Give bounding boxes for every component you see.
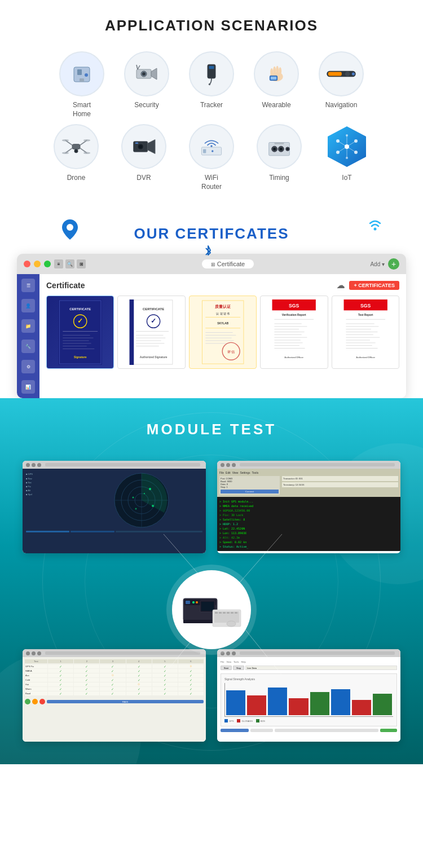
svg-marker-36 [148, 140, 155, 154]
bar-4 [289, 698, 308, 715]
cert-content-title-text: Certificate [46, 281, 85, 290]
wearable-svg [262, 61, 290, 86]
nav-screen-content: ■ GPS ■ Nav ■ Sat ■ Fix ■ Alt ■ Spd [23, 469, 206, 553]
window-grid-icon: ⊞ [77, 259, 86, 268]
terminal-btn-1 [221, 463, 224, 467]
chart-toolbar: Start Stop Live Data [221, 666, 397, 670]
scenario-label-timing: Timing [269, 174, 289, 183]
tracker-svg [201, 61, 222, 86]
svg-text:SKYLAB: SKYLAB [217, 323, 228, 325]
svg-rect-132 [346, 332, 377, 332]
scenario-icon-dvr [121, 124, 166, 169]
window-sidebar: ☰ 👤 📁 🔧 ⚙ 📊 [17, 274, 39, 398]
window-btn-maximize[interactable] [44, 261, 51, 267]
chart-bars [224, 683, 393, 717]
legend-2: GLONASS [237, 719, 252, 722]
window-btn-minimize[interactable] [34, 261, 41, 267]
test-table-content: Test 1 2 3 4 5 6 GPS Fix ✓ ✓ ✓ ✓ [23, 657, 206, 742]
nav-screen-inner: ■ GPS ■ Nav ■ Sat ■ Fix ■ Alt ■ Spd [26, 472, 202, 528]
svg-point-16 [276, 66, 279, 74]
module-top-row: ■ GPS ■ Nav ■ Sat ■ Fix ■ Alt ■ Spd [11, 461, 412, 553]
wifi-svg [196, 134, 227, 159]
svg-rect-117 [275, 334, 302, 335]
window-url-bar[interactable]: ⊞ Certificate [202, 259, 254, 268]
nav-screen-btn-2 [32, 463, 36, 467]
terminal-connect-btn[interactable]: Connect [221, 490, 279, 494]
sidebar-icon-2[interactable]: 👤 [21, 299, 35, 312]
svg-point-158 [192, 601, 195, 603]
module-bottom-row: Test 1 2 3 4 5 6 GPS Fix ✓ ✓ ✓ ✓ [11, 649, 412, 742]
test-row-7: Baud ✓ ✓ ✓ ✓ ✓ ✓ [25, 691, 204, 695]
cert-cloud-icon: ☁ [337, 281, 345, 290]
sidebar-icon-6[interactable]: 📊 [21, 380, 35, 394]
scenario-icon-wearable [254, 51, 299, 96]
svg-text:CERTIFICATE: CERTIFICATE [143, 308, 165, 311]
svg-rect-162 [201, 602, 214, 611]
module-test-title: MODULE TEST [11, 421, 412, 438]
scenario-timing: Timing [248, 124, 310, 191]
sidebar-icon-5[interactable]: ⚙ [21, 360, 35, 373]
window-action-area: Add ▾ + [370, 258, 399, 270]
scenario-icon-timing [257, 124, 302, 169]
svg-point-152 [152, 505, 154, 507]
cert-card-5: SGS Test Report [332, 296, 399, 369]
test-device-svg [178, 581, 245, 638]
scenario-label-navigation: Navigation [325, 101, 358, 110]
chart-status [221, 729, 397, 732]
chart-stop-btn[interactable]: Stop [233, 666, 244, 670]
svg-rect-78 [63, 346, 87, 347]
window-add-button[interactable]: + [388, 258, 399, 270]
svg-marker-7 [151, 68, 157, 80]
bar-1 [226, 690, 245, 715]
svg-point-32 [83, 152, 90, 154]
nav-radar-display [81, 472, 202, 528]
svg-point-171 [227, 621, 236, 627]
svg-line-8 [136, 65, 138, 69]
cert-content-header: Certificate ☁ + CERTIFICATES [46, 281, 399, 290]
sidebar-icon-1[interactable]: ☰ [21, 279, 35, 292]
svg-text:认 证 证 书: 认 证 证 书 [216, 312, 230, 315]
scenario-security: Security [116, 51, 178, 118]
scenarios-section: APPLICATION SCENARIOS SmartHome [0, 0, 423, 202]
sidebar-icon-4[interactable]: 🔧 [21, 340, 35, 353]
svg-rect-76 [63, 341, 89, 341]
svg-point-2 [85, 73, 88, 77]
test-pass-btn[interactable]: PASS [47, 700, 204, 703]
window-btn-close[interactable] [24, 261, 30, 267]
bluetooth-icon [204, 245, 213, 261]
svg-point-42 [211, 150, 214, 152]
svg-rect-166 [219, 612, 222, 614]
svg-rect-51 [275, 143, 284, 144]
cert-title-bold: CERTIFCATES [175, 225, 289, 242]
svg-text:SGS: SGS [360, 303, 371, 309]
window-body: ☰ 👤 📁 🔧 ⚙ 📊 [17, 274, 406, 398]
window-search-icon: 🔍 [65, 259, 74, 268]
svg-rect-120 [275, 343, 303, 343]
svg-text:Authorized Officer: Authorized Officer [356, 357, 375, 359]
svg-point-46 [273, 148, 276, 151]
chart-legend: GPS GLONASS BDS [224, 719, 393, 722]
sidebar-icon-3[interactable]: 📁 [21, 319, 35, 333]
module-screen-terminal: File Edit View Settings Tools Port: COM3… [217, 461, 400, 553]
scenarios-title-normal: APPLICATION [105, 17, 221, 34]
window-add-label: Add ▾ [370, 261, 385, 267]
cert-add-certificates-button[interactable]: + CERTIFICATES [349, 281, 399, 290]
scenario-drone: Drone [45, 124, 107, 191]
chart-start-btn[interactable]: Start [221, 666, 232, 670]
drone-svg [61, 134, 91, 159]
svg-rect-168 [227, 612, 230, 614]
nav-screen-btn-3 [37, 463, 41, 467]
cert-content-actions: ☁ + CERTIFICATES [337, 281, 399, 290]
svg-rect-90 [136, 341, 161, 341]
terminal-titlebar-bar [240, 463, 395, 466]
svg-text:Authorized Signature: Authorized Signature [140, 356, 168, 359]
svg-rect-169 [231, 612, 233, 614]
svg-rect-121 [275, 346, 299, 346]
terminal-screen-titlebar [217, 461, 400, 469]
chart-content: File View Tools Help Start Stop Live Dat… [217, 657, 400, 742]
svg-text:质量认证: 质量认证 [214, 305, 231, 310]
bar-2 [247, 695, 266, 716]
module-screen-chart: File View Tools Help Start Stop Live Dat… [217, 649, 400, 742]
svg-rect-165 [215, 612, 218, 614]
terminal-btn-2 [226, 463, 230, 467]
